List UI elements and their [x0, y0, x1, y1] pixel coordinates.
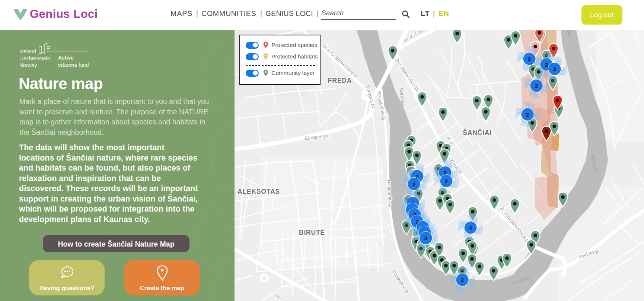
svg-text:ŠANČIAI: ŠANČIAI	[463, 129, 492, 136]
svg-text:2: 2	[461, 277, 464, 283]
svg-text:BIRUTĖ: BIRUTĖ	[299, 229, 325, 236]
svg-text:ALEKSOTAS: ALEKSOTAS	[237, 188, 280, 195]
svg-text:2: 2	[553, 66, 556, 72]
svg-text:4: 4	[469, 225, 472, 231]
svg-text:2: 2	[445, 178, 448, 184]
svg-text:2: 2	[412, 181, 415, 187]
svg-text:2: 2	[535, 83, 538, 89]
svg-text:2: 2	[545, 61, 548, 68]
svg-text:2: 2	[528, 56, 531, 62]
svg-text:2: 2	[526, 111, 529, 118]
svg-text:FREDA: FREDA	[328, 77, 352, 84]
svg-text:3: 3	[424, 235, 427, 241]
